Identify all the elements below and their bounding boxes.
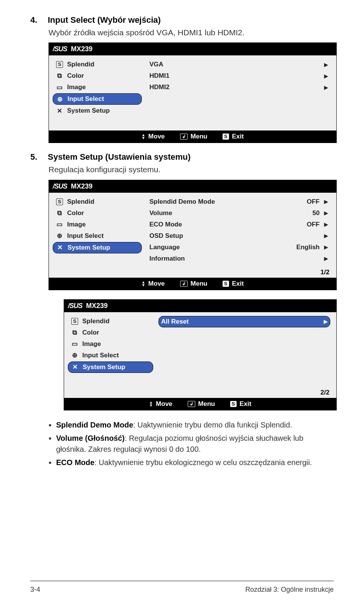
setup-icon: ✕ bbox=[56, 244, 64, 251]
asus-logo: /SUS bbox=[53, 182, 67, 190]
footer-rule bbox=[30, 581, 334, 581]
row-language[interactable]: LanguageEnglish▶ bbox=[147, 242, 330, 253]
s-icon: S bbox=[230, 401, 237, 407]
sidebar-item-system-setup[interactable]: ✕System Setup bbox=[68, 362, 153, 373]
row-hdmi2[interactable]: HDMI2▶ bbox=[147, 82, 330, 93]
sidebar-item-system-setup[interactable]: ✕System Setup bbox=[53, 242, 142, 253]
sidebar-item-splendid[interactable]: SSplendid bbox=[68, 316, 153, 327]
sidebar-item-image[interactable]: ▭Image bbox=[53, 219, 142, 230]
sidebar-item-color[interactable]: ⧉Color bbox=[68, 327, 153, 338]
section-4-title: Input Select (Wybór wejścia) bbox=[48, 15, 161, 25]
image-icon: ▭ bbox=[56, 84, 63, 91]
sidebar-item-input-select[interactable]: ⊕Input Select bbox=[68, 350, 153, 361]
chevron-right-icon: ▶ bbox=[324, 222, 328, 227]
footer-exit: SExit bbox=[223, 280, 244, 288]
sidebar-item-image[interactable]: ▭Image bbox=[68, 339, 153, 349]
section-4-heading: 4. Input Select (Wybór wejścia) bbox=[30, 15, 334, 27]
bullet-splendid-demo: Splendid Demo Mode: Uaktywnienie trybu d… bbox=[56, 420, 334, 431]
sidebar-item-color[interactable]: ⧉Color bbox=[53, 71, 142, 81]
section-4-num: 4. bbox=[30, 15, 41, 27]
footer-move: ▲▼Move bbox=[149, 400, 172, 408]
chevron-right-icon: ▶ bbox=[324, 244, 328, 250]
osd-header: /SUS MX239 bbox=[64, 300, 336, 312]
sidebar-item-system-setup[interactable]: ✕System Setup bbox=[53, 105, 142, 116]
image-icon: ▭ bbox=[56, 221, 63, 228]
osd-model: MX239 bbox=[86, 302, 108, 310]
osd-footer: ▲▼Move ↲Menu SExit bbox=[49, 130, 336, 143]
footer-menu: ↲Menu bbox=[180, 280, 207, 288]
section-5-heading: 5. System Setup (Ustawienia systemu) bbox=[30, 152, 334, 164]
color-icon: ⧉ bbox=[56, 210, 63, 217]
osd-content: All Reset▶ bbox=[157, 312, 336, 388]
sidebar-item-splendid[interactable]: SSplendid bbox=[53, 59, 142, 70]
input-icon: ⊕ bbox=[56, 96, 64, 102]
sidebar-item-splendid[interactable]: SSplendid bbox=[53, 196, 142, 207]
osd-header: /SUS MX239 bbox=[49, 43, 336, 55]
page-indicator: 2/2 bbox=[64, 388, 336, 398]
chevron-right-icon: ▶ bbox=[324, 233, 328, 239]
sidebar-item-input-select[interactable]: ⊕Input Select bbox=[53, 93, 142, 105]
menu-icon: ↲ bbox=[180, 281, 188, 287]
osd-sidebar: SSplendid ⧉Color ▭Image ⊕Input Select ✕S… bbox=[49, 55, 146, 130]
page-footer: 3-4 Rozdział 3: Ogólne instrukcje bbox=[30, 586, 334, 594]
osd-sidebar: SSplendid ⧉Color ▭Image ⊕Input Select ✕S… bbox=[64, 312, 157, 388]
footer-exit: SExit bbox=[230, 400, 251, 408]
s-icon: S bbox=[56, 61, 63, 68]
chevron-right-icon: ▶ bbox=[324, 199, 328, 204]
page-number: 3-4 bbox=[30, 586, 40, 594]
menu-icon: ↲ bbox=[180, 134, 188, 140]
color-icon: ⧉ bbox=[71, 329, 78, 336]
updown-icon: ▲▼ bbox=[141, 281, 145, 287]
chapter-label: Rozdział 3: Ogólne instrukcje bbox=[245, 586, 334, 594]
osd-content: Splendid Demo ModeOFF▶ Volume50▶ ECO Mod… bbox=[146, 193, 336, 268]
row-information[interactable]: Information▶ bbox=[147, 253, 330, 264]
sidebar-item-input-select[interactable]: ⊕Input Select bbox=[53, 231, 142, 241]
menu-icon: ↲ bbox=[188, 401, 195, 407]
row-splendid-demo[interactable]: Splendid Demo ModeOFF▶ bbox=[147, 196, 330, 207]
section-5-desc: Regulacja konfiguracji systemu. bbox=[49, 164, 334, 175]
sidebar-item-color[interactable]: ⧉Color bbox=[53, 208, 142, 218]
footer-move: ▲▼Move bbox=[141, 280, 165, 288]
footer-menu: ↲Menu bbox=[180, 133, 207, 140]
color-icon: ⧉ bbox=[56, 72, 63, 79]
chevron-right-icon: ▶ bbox=[324, 73, 328, 79]
setup-icon: ✕ bbox=[71, 364, 79, 371]
osd-model: MX239 bbox=[71, 182, 93, 190]
footer-exit: SExit bbox=[223, 133, 244, 140]
chevron-right-icon: ▶ bbox=[324, 210, 328, 216]
chevron-right-icon: ▶ bbox=[324, 62, 328, 68]
osd-footer: ▲▼Move ↲Menu SExit bbox=[49, 278, 336, 290]
row-eco[interactable]: ECO ModeOFF▶ bbox=[147, 219, 330, 230]
bullet-volume: Volume (Głośność): Regulacja poziomu gło… bbox=[56, 433, 334, 455]
updown-icon: ▲▼ bbox=[141, 134, 145, 140]
row-hdmi1[interactable]: HDMI1▶ bbox=[147, 71, 330, 81]
image-icon: ▭ bbox=[71, 341, 78, 347]
chevron-right-icon: ▶ bbox=[324, 319, 328, 324]
asus-logo: /SUS bbox=[68, 302, 82, 310]
osd-footer: ▲▼Move ↲Menu SExit bbox=[64, 398, 336, 410]
chevron-right-icon: ▶ bbox=[324, 85, 328, 90]
osd-system-setup-1: /SUS MX239 SSplendid ⧉Color ▭Image ⊕Inpu… bbox=[49, 180, 337, 290]
sidebar-item-image[interactable]: ▭Image bbox=[53, 82, 142, 93]
input-icon: ⊕ bbox=[71, 352, 78, 359]
row-all-reset[interactable]: All Reset▶ bbox=[158, 316, 330, 327]
section-5-num: 5. bbox=[30, 152, 41, 164]
footer-move: ▲▼Move bbox=[141, 133, 165, 140]
row-osd-setup[interactable]: OSD Setup▶ bbox=[147, 231, 330, 241]
osd-model: MX239 bbox=[71, 45, 93, 53]
chevron-right-icon: ▶ bbox=[324, 256, 328, 261]
osd-sidebar: SSplendid ⧉Color ▭Image ⊕Input Select ✕S… bbox=[49, 193, 146, 268]
footer-menu: ↲Menu bbox=[188, 400, 215, 408]
updown-icon: ▲▼ bbox=[149, 401, 153, 407]
section-5-title: System Setup (Ustawienia systemu) bbox=[48, 152, 191, 162]
setup-icon: ✕ bbox=[56, 107, 63, 114]
s-icon: S bbox=[71, 318, 78, 325]
s-icon: S bbox=[56, 198, 63, 205]
osd-system-setup-2: /SUS MX239 SSplendid ⧉Color ▭Image ⊕Inpu… bbox=[64, 299, 337, 410]
s-icon: S bbox=[223, 281, 229, 287]
osd-header: /SUS MX239 bbox=[49, 180, 336, 193]
osd-content: VGA▶ HDMI1▶ HDMI2▶ bbox=[146, 55, 336, 130]
row-vga[interactable]: VGA▶ bbox=[147, 59, 330, 70]
row-volume[interactable]: Volume50▶ bbox=[147, 208, 330, 218]
asus-logo: /SUS bbox=[53, 45, 67, 53]
